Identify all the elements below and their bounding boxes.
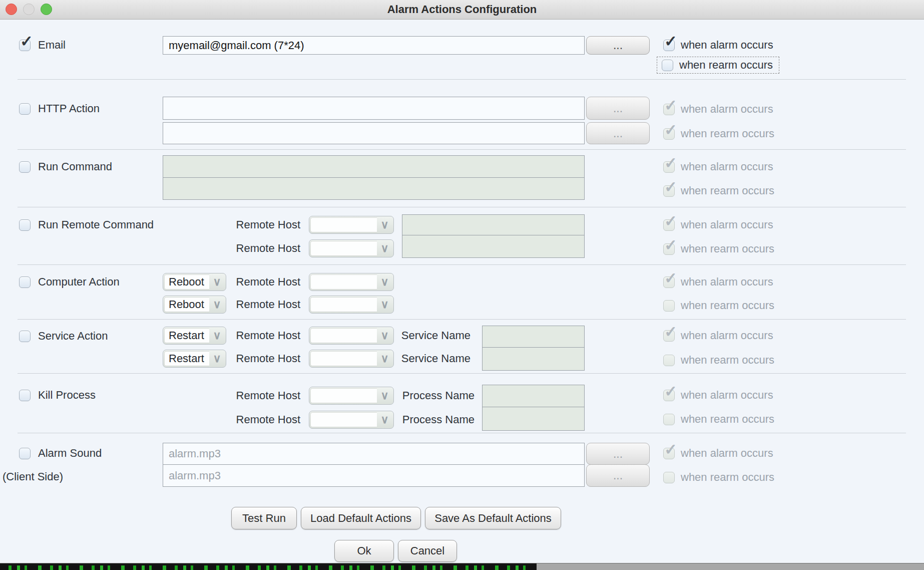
computer-action-label: Computer Action (38, 275, 120, 289)
kill-remote-host-select-rearm[interactable]: ∨ (309, 411, 394, 429)
http-url-input-alarm[interactable] (163, 97, 585, 120)
run-command-input-alarm (163, 155, 585, 178)
http-when-alarm-checkbox: ✓ (663, 104, 675, 115)
close-icon[interactable] (6, 4, 17, 15)
kill-process-checkbox[interactable] (19, 390, 31, 401)
check-icon: ✓ (664, 179, 677, 195)
check-icon: ✓ (664, 122, 677, 138)
http-action-label: HTTP Action (38, 102, 100, 115)
section-computer-action: Computer Action Reboot∨ Remote Host ∨ Re… (0, 265, 924, 320)
load-default-actions-button[interactable]: Load Default Actions (301, 507, 421, 529)
save-as-default-actions-button[interactable]: Save As Default Actions (425, 507, 561, 529)
check-icon: ✓ (664, 270, 677, 286)
chevron-down-icon: ∨ (377, 217, 392, 232)
service-when-alarm-checkbox: ✓ (663, 330, 675, 342)
alarm-sound-when-alarm: ✓ when alarm occurs (663, 447, 773, 460)
zoom-icon[interactable] (41, 4, 52, 15)
run-remote-checkbox[interactable] (19, 219, 31, 231)
section-buttons: Test Run Load Default Actions Save As De… (0, 493, 924, 563)
service-name-label: Service Name (385, 329, 471, 342)
remote-host-label: Remote Host (215, 389, 300, 402)
computer-when-rearm: when rearm occurs (663, 299, 774, 312)
run-command-when-rearm: ✓ when rearm occurs (663, 184, 774, 197)
kill-remote-host-select-alarm[interactable]: ∨ (309, 387, 394, 405)
check-icon: ✓ (664, 34, 677, 49)
section-run-remote-command: Run Remote Command Remote Host ∨ Remote … (0, 207, 924, 265)
alarm-sound-checkbox[interactable] (19, 448, 31, 459)
background-terminal (0, 563, 537, 570)
check-icon: ✓ (664, 98, 677, 113)
kill-when-rearm-checkbox (663, 414, 675, 425)
computer-when-rearm-checkbox (663, 300, 675, 312)
ok-button[interactable]: Ok (334, 540, 394, 562)
http-url-input-rearm[interactable] (163, 122, 585, 144)
http-browse-button-rearm: ... (586, 122, 650, 144)
alarm-sound-when-rearm-checkbox (663, 472, 675, 483)
email-checkbox[interactable]: ✓ (19, 40, 31, 51)
background-taskbar (0, 563, 924, 570)
email-when-rearm[interactable]: when rearm occurs (657, 57, 779, 74)
remote-host-label: Remote Host (215, 413, 300, 426)
run-command-when-alarm: ✓ when alarm occurs (663, 160, 773, 173)
http-when-alarm: ✓ when alarm occurs (663, 103, 773, 116)
alarm-sound-browse-button-rearm: ... (586, 464, 650, 487)
run-remote-when-rearm-checkbox: ✓ (663, 243, 675, 255)
email-value: myemail@gmail.com (7*24) (163, 37, 584, 54)
run-remote-host-select-alarm[interactable]: ∨ (309, 216, 394, 234)
process-name-label: Process Name (385, 389, 475, 402)
chevron-down-icon: ∨ (377, 274, 392, 290)
service-name-label: Service Name (385, 352, 471, 365)
alarm-sound-label: Alarm Sound (38, 447, 102, 460)
remote-host-label: Remote Host (215, 218, 300, 231)
cancel-button[interactable]: Cancel (398, 540, 457, 562)
remote-host-label: Remote Host (215, 298, 300, 311)
remote-host-label: Remote Host (215, 352, 300, 365)
service-remote-host-select-alarm[interactable]: ∨ (309, 327, 394, 345)
check-icon: ✓ (664, 442, 677, 457)
alarm-sound-input-rearm: alarm.mp3 (163, 464, 585, 487)
computer-when-alarm-checkbox: ✓ (663, 276, 675, 288)
computer-action-checkbox[interactable] (19, 276, 31, 288)
email-label: Email (38, 39, 66, 52)
service-name-input-alarm (482, 326, 585, 348)
http-action-checkbox[interactable] (19, 103, 31, 115)
chevron-down-icon: ∨ (377, 297, 392, 312)
run-remote-when-rearm: ✓ when rearm occurs (663, 242, 774, 255)
run-command-when-rearm-checkbox: ✓ (663, 185, 675, 197)
email-input[interactable]: myemail@gmail.com (7*24) (163, 36, 585, 55)
section-email: ✓ Email myemail@gmail.com (7*24) ... ✓ w… (0, 20, 924, 80)
check-icon: ✓ (664, 155, 677, 171)
test-run-button[interactable]: Test Run (231, 507, 297, 529)
email-when-alarm[interactable]: ✓ when alarm occurs (663, 39, 773, 52)
http-browse-button-alarm: ... (586, 97, 650, 120)
run-remote-host-select-rearm[interactable]: ∨ (309, 239, 394, 257)
check-icon: ✓ (664, 324, 677, 340)
http-when-rearm-checkbox: ✓ (663, 128, 675, 140)
check-icon: ✓ (664, 213, 677, 229)
computer-remote-host-select-rearm[interactable]: ∨ (309, 296, 394, 314)
service-action-checkbox[interactable] (19, 331, 31, 342)
dialog-body: ✓ Email myemail@gmail.com (7*24) ... ✓ w… (0, 20, 924, 563)
alarm-actions-dialog: Alarm Actions Configuration ✓ Email myem… (0, 0, 924, 570)
client-side-label: (Client Side) (3, 470, 63, 483)
remote-host-label: Remote Host (215, 242, 300, 255)
email-browse-button[interactable]: ... (586, 36, 650, 55)
service-when-rearm-checkbox (663, 355, 675, 366)
email-when-rearm-checkbox[interactable] (662, 60, 673, 71)
computer-remote-host-select-alarm[interactable]: ∨ (309, 273, 394, 291)
remote-host-label: Remote Host (215, 275, 300, 289)
run-command-label: Run Command (38, 160, 112, 173)
email-when-alarm-checkbox[interactable]: ✓ (663, 40, 675, 51)
alarm-sound-when-alarm-checkbox: ✓ (663, 448, 675, 459)
service-name-input-rearm (482, 347, 585, 371)
service-when-rearm: when rearm occurs (663, 354, 774, 367)
section-kill-process: Kill Process Remote Host ∨ Process Name … (0, 374, 924, 433)
service-when-alarm: ✓ when alarm occurs (663, 329, 773, 342)
section-service-action: Service Action Restart∨ Remote Host ∨ Se… (0, 320, 924, 374)
run-command-checkbox[interactable] (19, 161, 31, 173)
check-icon: ✓ (664, 384, 677, 399)
process-name-input-rearm (482, 407, 585, 431)
service-remote-host-select-rearm[interactable]: ∨ (309, 350, 394, 368)
computer-when-alarm: ✓ when alarm occurs (663, 275, 773, 289)
alarm-sound-when-rearm: when rearm occurs (663, 471, 774, 484)
